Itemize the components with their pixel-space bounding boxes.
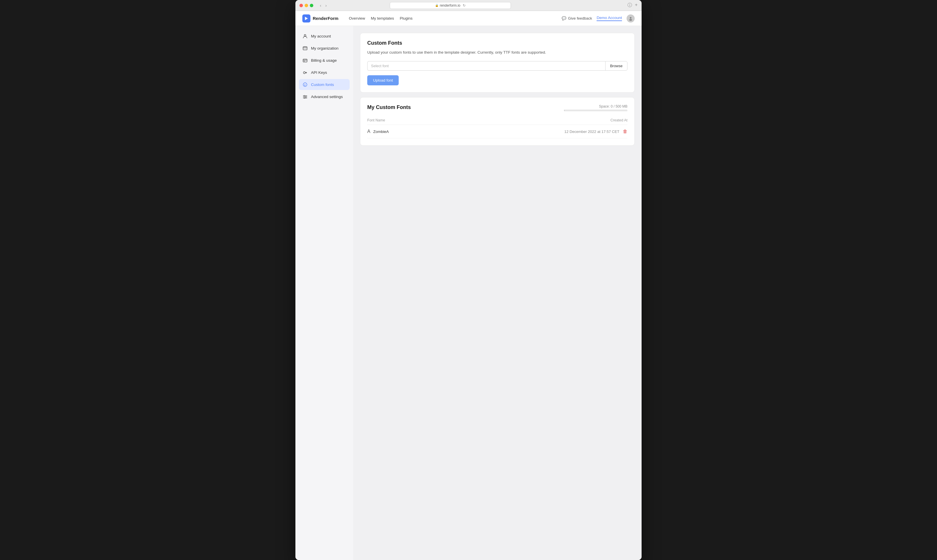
feedback-label: Give feedback xyxy=(568,16,592,20)
svg-point-1 xyxy=(629,19,632,21)
created-at-cell: 12 December 2022 at 17:57 CET 🗑 xyxy=(434,129,627,134)
billing-icon xyxy=(302,58,308,63)
content-area: Custom Fonts Upload your custom fonts to… xyxy=(353,26,641,560)
mac-window: ‹ › 🔒 renderform.io ↻ ⓘ + RenderForm Ove… xyxy=(296,0,641,560)
font-name: ZombieA xyxy=(373,129,389,134)
nav-arrows: ‹ › xyxy=(319,3,328,8)
api-icon xyxy=(302,70,308,75)
font-type-icon: A xyxy=(367,129,370,134)
col-font-name: Font Name xyxy=(367,116,434,125)
progress-fill xyxy=(564,109,564,111)
logo-text: RenderForm xyxy=(313,16,338,21)
fonts-card-header: My Custom Fonts Space: 0 / 500 MB xyxy=(367,105,627,111)
col-created-at: Created At xyxy=(434,116,627,125)
org-icon xyxy=(302,46,308,51)
svg-rect-3 xyxy=(303,47,307,50)
delete-font-icon[interactable]: 🗑 xyxy=(623,129,627,134)
logo-area[interactable]: RenderForm xyxy=(302,14,338,23)
refresh-icon[interactable]: ↻ xyxy=(463,3,465,8)
close-button[interactable] xyxy=(299,4,303,7)
fonts-table: Font Name Created At A ZombieA 12 Decemb… xyxy=(367,116,627,138)
nav-overview[interactable]: Overview xyxy=(349,16,365,20)
title-bar: ‹ › 🔒 renderform.io ↻ ⓘ + xyxy=(296,0,641,11)
table-row: A ZombieA 12 December 2022 at 17:57 CET … xyxy=(367,125,627,138)
sidebar-item-my-account[interactable]: My account xyxy=(299,31,350,42)
settings-icon xyxy=(302,94,308,99)
file-input-placeholder: Select font xyxy=(371,64,388,68)
sidebar-item-custom-fonts[interactable]: α Custom fonts xyxy=(299,79,350,90)
main-content: My account My organization xyxy=(296,26,641,560)
upload-card-title: Custom Fonts xyxy=(367,40,627,46)
svg-point-14 xyxy=(304,97,305,98)
font-name-cell: A ZombieA xyxy=(367,129,434,134)
sidebar-item-api-keys[interactable]: API Keys xyxy=(299,67,350,78)
url-text: renderform.io xyxy=(440,3,460,8)
font-icon: α xyxy=(302,82,308,87)
file-input-display[interactable]: Select font xyxy=(367,61,605,71)
maximize-button[interactable] xyxy=(310,4,313,7)
minimize-button[interactable] xyxy=(305,4,308,7)
svg-rect-5 xyxy=(304,61,305,62)
sidebar-item-advanced-settings[interactable]: Advanced settings xyxy=(299,91,350,102)
title-bar-right: ⓘ + xyxy=(627,2,638,8)
sidebar-item-label: Billing & usage xyxy=(311,58,337,63)
demo-account-button[interactable]: Demo Account xyxy=(596,15,622,21)
svg-point-2 xyxy=(304,34,306,36)
info-icon[interactable]: ⓘ xyxy=(627,2,632,8)
svg-rect-4 xyxy=(303,59,307,62)
app-header: RenderForm Overview My templates Plugins… xyxy=(296,11,641,26)
feedback-icon: 💬 xyxy=(562,16,566,20)
lock-icon: 🔒 xyxy=(435,4,439,7)
svg-point-0 xyxy=(630,17,632,19)
traffic-lights xyxy=(299,4,313,7)
svg-point-12 xyxy=(304,95,305,96)
sidebar-item-label: Advanced settings xyxy=(311,95,343,99)
sidebar-item-billing[interactable]: Billing & usage xyxy=(299,55,350,66)
add-tab-icon[interactable]: + xyxy=(635,2,638,8)
nav-links: Overview My templates Plugins xyxy=(349,16,555,20)
upload-card: Custom Fonts Upload your custom fonts to… xyxy=(360,33,635,92)
avatar[interactable] xyxy=(627,14,635,23)
svg-point-13 xyxy=(305,96,306,97)
fonts-card-title: My Custom Fonts xyxy=(367,105,411,111)
sidebar-item-label: Custom fonts xyxy=(311,83,334,87)
file-upload-row: Select font Browse xyxy=(367,61,627,71)
my-custom-fonts-card: My Custom Fonts Space: 0 / 500 MB Font N… xyxy=(360,97,635,146)
sidebar-item-my-organization[interactable]: My organization xyxy=(299,43,350,54)
space-text: Space: 0 / 500 MB xyxy=(564,105,627,108)
logo-icon xyxy=(302,14,310,23)
svg-text:α: α xyxy=(304,84,305,86)
nav-my-templates[interactable]: My templates xyxy=(371,16,394,20)
sidebar-item-label: API Keys xyxy=(311,70,327,75)
upload-font-button[interactable]: Upload font xyxy=(367,75,399,85)
progress-bar xyxy=(564,109,627,111)
browse-button[interactable]: Browse xyxy=(605,61,627,71)
give-feedback-button[interactable]: 💬 Give feedback xyxy=(562,16,592,20)
sidebar: My account My organization xyxy=(296,26,353,560)
sidebar-item-label: My account xyxy=(311,34,331,38)
nav-plugins[interactable]: Plugins xyxy=(400,16,413,20)
created-at-text: 12 December 2022 at 17:57 CET xyxy=(564,129,620,134)
url-bar[interactable]: 🔒 renderform.io ↻ xyxy=(390,2,511,9)
upload-card-description: Upload your custom fonts to use them in … xyxy=(367,49,627,55)
forward-button[interactable]: › xyxy=(324,3,328,8)
person-icon xyxy=(302,34,308,38)
sidebar-item-label: My organization xyxy=(311,46,338,51)
space-info: Space: 0 / 500 MB xyxy=(564,105,627,111)
back-button[interactable]: ‹ xyxy=(319,3,323,8)
header-right: 💬 Give feedback Demo Account xyxy=(562,14,635,23)
